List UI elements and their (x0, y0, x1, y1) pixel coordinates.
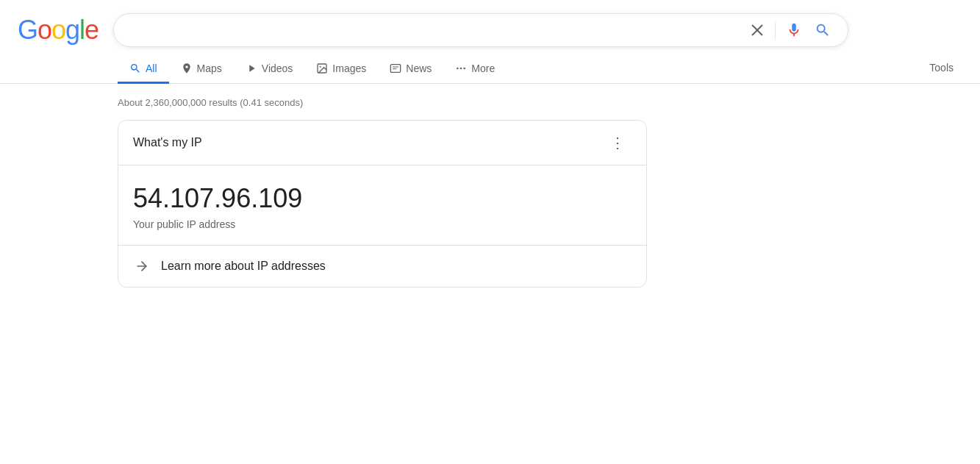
images-icon (316, 63, 328, 74)
search-bar: my ip (113, 13, 848, 47)
all-icon (129, 63, 141, 74)
learn-more-link[interactable]: Learn more about IP addresses (161, 260, 326, 273)
search-bar-icons (745, 17, 836, 43)
voice-search-button[interactable] (782, 18, 806, 43)
google-logo[interactable]: Google (18, 15, 99, 46)
microphone-icon (786, 22, 802, 38)
svg-rect-2 (391, 64, 401, 72)
ip-address-value: 54.107.96.109 (133, 183, 632, 214)
tab-images-label: Images (332, 63, 366, 74)
search-submit-button[interactable] (809, 17, 836, 43)
svg-point-5 (457, 67, 459, 69)
tab-videos-label: Videos (262, 63, 293, 74)
search-glass-icon (815, 22, 831, 38)
videos-icon (246, 63, 257, 74)
knowledge-card: What's my IP ⋮ 54.107.96.109 Your public… (118, 120, 647, 288)
card-header: What's my IP ⋮ (118, 121, 646, 165)
news-icon (390, 63, 401, 74)
tab-all-label: All (146, 63, 157, 74)
tab-maps-label: Maps (197, 63, 222, 74)
clear-icon (750, 23, 765, 38)
search-divider (775, 21, 776, 39)
card-footer: Learn more about IP addresses (118, 246, 646, 287)
maps-icon (181, 63, 193, 74)
results-area: About 2,360,000,000 results (0.41 second… (0, 84, 980, 288)
results-count: About 2,360,000,000 results (0.41 second… (118, 90, 980, 120)
ip-address-label: Your public IP address (133, 218, 632, 230)
clear-button[interactable] (745, 18, 769, 42)
svg-point-7 (464, 67, 466, 69)
search-input[interactable]: my ip (126, 24, 740, 37)
tab-news[interactable]: News (378, 55, 443, 84)
tab-more[interactable]: More (443, 55, 507, 84)
tab-news-label: News (406, 63, 432, 74)
nav-tabs: All Maps Videos Images (0, 54, 980, 84)
svg-point-6 (460, 67, 462, 69)
card-title: What's my IP (133, 136, 202, 149)
svg-point-1 (320, 65, 321, 67)
tab-maps[interactable]: Maps (169, 55, 234, 84)
arrow-right-icon (133, 257, 151, 275)
tab-more-label: More (471, 63, 495, 74)
more-dots-icon (455, 63, 467, 74)
card-options-button[interactable]: ⋮ (604, 132, 632, 153)
header: Google my ip (0, 0, 980, 54)
card-body: 54.107.96.109 Your public IP address (118, 165, 646, 246)
tab-all[interactable]: All (118, 55, 169, 84)
tab-videos[interactable]: Videos (234, 55, 305, 84)
tools-button[interactable]: Tools (918, 54, 965, 83)
tab-images[interactable]: Images (304, 55, 378, 84)
